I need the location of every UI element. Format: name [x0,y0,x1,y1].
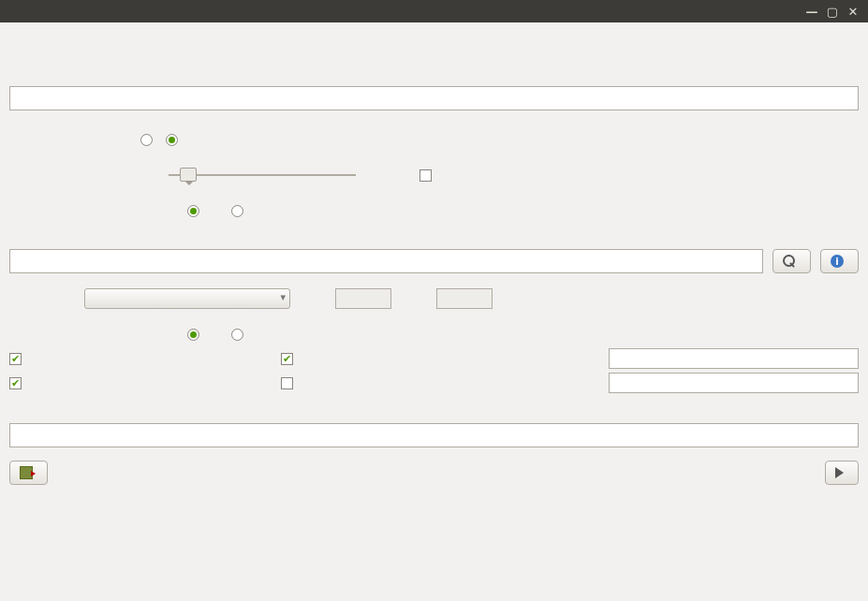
title-bar: — ▢ ✕ [0,0,868,22]
play-icon [835,467,844,478]
radio-pure-brute[interactable] [231,205,247,217]
list-info-button[interactable]: i [820,249,859,273]
check-bf-files[interactable] [9,377,272,389]
radio-get-only[interactable] [140,134,156,146]
charset-combo[interactable] [84,288,290,309]
exit-button[interactable] [9,461,48,485]
slider-thumb-icon[interactable] [180,168,197,182]
radio-dot-icon [231,329,243,341]
radio-dot-icon [140,134,153,146]
file-list-input[interactable] [9,249,763,273]
info-icon: i [831,255,844,268]
file-ext-input[interactable] [609,373,859,393]
radio-dot-icon [166,134,178,146]
check-blank-ext[interactable] [281,377,487,389]
check-go-faster[interactable] [419,169,435,182]
radio-dot-icon [187,205,199,217]
radio-auto-switch[interactable] [166,134,182,146]
radio-url-fuzz[interactable] [231,329,247,341]
menu-bar [0,22,868,45]
target-url-input[interactable] [9,86,859,110]
radio-standard-start[interactable] [187,329,203,341]
check-bf-dirs[interactable] [9,353,272,365]
check-recursive[interactable] [281,353,487,365]
start-button[interactable] [825,461,859,485]
minimize-button[interactable]: — [804,4,819,19]
search-icon [783,255,796,268]
close-button[interactable]: ✕ [846,4,861,19]
exit-icon [20,466,33,479]
checkbox-icon [9,377,22,389]
radio-dot-icon [231,205,243,217]
checkbox-icon [419,169,432,182]
maximize-button[interactable]: ▢ [825,4,840,19]
checkbox-icon [281,377,293,389]
threads-slider[interactable] [169,168,356,183]
checkbox-icon [9,353,22,365]
browse-button[interactable] [772,249,811,273]
max-length-input[interactable] [436,288,493,309]
radio-dot-icon [187,329,199,341]
checkbox-icon [281,353,293,365]
radio-list-based[interactable] [187,205,203,217]
min-length-input[interactable] [335,288,391,309]
url-fuzz-input[interactable] [9,423,859,447]
dir-start-input[interactable] [609,348,859,369]
